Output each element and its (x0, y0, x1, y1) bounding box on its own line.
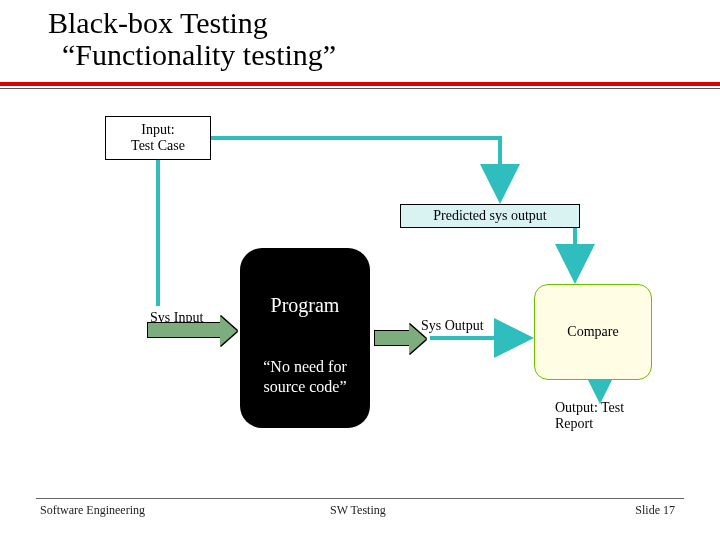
arrow-sysoutput-icon (374, 330, 410, 346)
predicted-output-label: Predicted sys output (433, 208, 547, 224)
compare-label: Compare (567, 324, 618, 340)
footer-center: SW Testing (330, 503, 386, 518)
footer-left: Software Engineering (40, 503, 145, 518)
output-report-text: Output: Test Report (555, 400, 677, 440)
footer-right: Slide 17 (635, 503, 675, 518)
program-note: “No need for source code” (240, 357, 370, 395)
program-label: Program (271, 294, 340, 317)
program-blackbox: Program “No need for source code” (240, 248, 370, 428)
arrow-sysinput-icon (147, 322, 221, 338)
sys-output-label: Sys Output (421, 318, 484, 334)
predicted-output-box: Predicted sys output (400, 204, 580, 228)
footer-divider (36, 498, 684, 499)
compare-box: Compare (534, 284, 652, 380)
output-report-label: Output: Test Report (555, 400, 624, 431)
